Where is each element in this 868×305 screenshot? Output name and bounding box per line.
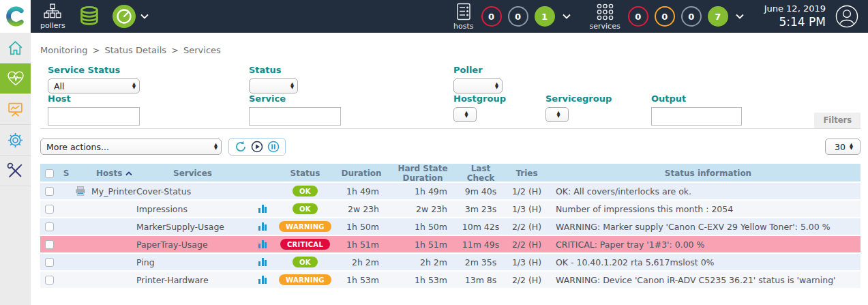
- services-unknown-counter[interactable]: 0: [681, 6, 702, 27]
- host-label: Host: [48, 93, 140, 104]
- pause-icon[interactable]: [267, 141, 280, 153]
- select-all-checkbox[interactable]: [45, 169, 54, 178]
- centreon-logo[interactable]: [0, 0, 31, 33]
- status-badge: OK: [293, 186, 318, 197]
- table-row: MarkerSupply-Usage WARNING 1h 50m 1h 50m…: [40, 218, 860, 236]
- poller-chevron-down-icon[interactable]: [140, 14, 149, 19]
- servicegroup-label: Servicegroup: [545, 93, 612, 104]
- column-header-status[interactable]: Status: [276, 169, 334, 178]
- service-name[interactable]: Ping: [136, 257, 155, 267]
- column-header-hard-state-duration[interactable]: Hard State Duration: [389, 164, 457, 183]
- status-badge: OK: [293, 257, 318, 267]
- graph-icon[interactable]: [258, 222, 267, 231]
- select-arrows-icon: ▲▼: [465, 111, 468, 118]
- column-header-s[interactable]: S: [58, 169, 74, 178]
- poller-select[interactable]: ▲▼: [453, 78, 503, 93]
- service-name[interactable]: Cover-Status: [136, 186, 191, 197]
- column-header-duration[interactable]: Duration: [334, 169, 389, 178]
- hosts-chevron-down-icon[interactable]: [563, 14, 571, 19]
- more-actions-select[interactable]: More actions... ▲▼: [40, 139, 222, 155]
- service-status-select[interactable]: All ▲▼: [48, 78, 140, 93]
- tools-icon: [7, 162, 24, 179]
- row-checkbox[interactable]: [45, 205, 54, 214]
- hostgroup-select[interactable]: ▲▼: [453, 107, 477, 122]
- servicegroup-select[interactable]: ▲▼: [545, 107, 569, 122]
- service-status-label: Service Status: [48, 65, 140, 75]
- sidebar-item-administration[interactable]: [0, 156, 31, 186]
- pollers-icon: [44, 3, 61, 20]
- select-arrows-icon: ▲▼: [214, 143, 218, 150]
- column-header-services[interactable]: Services: [136, 169, 249, 178]
- hard-state-duration-cell: 1h 50m: [389, 222, 457, 232]
- table-row: Impressions OK 2w 23h 2w 23h 3m 23s 1/3 …: [40, 201, 860, 218]
- services-icon: [596, 3, 614, 21]
- graph-icon[interactable]: [258, 240, 267, 248]
- service-input[interactable]: [249, 107, 341, 126]
- services-menu[interactable]: services: [590, 3, 620, 31]
- gauge-status-icon[interactable]: [112, 4, 136, 29]
- services-critical-counter[interactable]: 0: [628, 6, 648, 27]
- column-header-status-information[interactable]: Status information: [549, 169, 860, 178]
- hosts-menu[interactable]: hosts: [453, 3, 473, 31]
- database-icon[interactable]: [78, 5, 101, 28]
- row-checkbox[interactable]: [45, 276, 54, 285]
- breadcrumb-monitoring[interactable]: Monitoring: [40, 45, 88, 55]
- host-input[interactable]: [48, 107, 140, 126]
- row-checkbox[interactable]: [45, 258, 54, 267]
- service-name[interactable]: Printer-Hardware: [136, 275, 209, 285]
- output-label: Output: [651, 93, 742, 104]
- row-checkbox[interactable]: [45, 187, 54, 196]
- tries-cell: 2/2 (H): [505, 222, 549, 232]
- table-row: PaperTray-Usage CRITICAL 1h 51m 1h 51m 1…: [40, 236, 860, 254]
- sidebar-item-reporting[interactable]: [0, 94, 31, 125]
- page-size-select[interactable]: 30 ▲▼: [825, 139, 860, 155]
- select-arrows-icon: ▲▼: [132, 83, 136, 89]
- hosts-up-counter[interactable]: 1: [535, 6, 555, 27]
- service-name[interactable]: PaperTray-Usage: [136, 239, 208, 250]
- sidebar-item-configuration[interactable]: [0, 125, 31, 156]
- breadcrumb-status-details[interactable]: Status Details: [104, 45, 166, 55]
- service-name[interactable]: MarkerSupply-Usage: [136, 222, 224, 232]
- services-table: S Hosts Services Status Duration Hard St…: [40, 164, 860, 289]
- status-select[interactable]: ▲▼: [249, 78, 298, 93]
- duration-cell: 1h 53m: [334, 275, 389, 285]
- row-checkbox[interactable]: [45, 222, 54, 231]
- service-name[interactable]: Impressions: [136, 204, 188, 214]
- hosts-unreachable-counter[interactable]: 0: [508, 6, 528, 27]
- duration-cell: 1h 50m: [334, 222, 389, 232]
- sidebar-item-home[interactable]: [0, 33, 31, 63]
- user-avatar-icon[interactable]: [835, 5, 858, 28]
- services-status-group: services 0 0 0 7: [588, 3, 744, 31]
- status-information-cell: CRITICAL: Paper tray '1#3': 0.00 %: [549, 239, 860, 250]
- status-badge: WARNING: [279, 221, 331, 232]
- graph-icon[interactable]: [258, 258, 267, 266]
- hosts-status-group: hosts 0 0 1: [452, 3, 570, 31]
- column-header-last-check[interactable]: Last Check: [457, 164, 505, 183]
- column-header-tries[interactable]: Tries: [505, 169, 549, 178]
- refresh-icon[interactable]: [235, 141, 247, 153]
- hosts-down-counter[interactable]: 0: [481, 6, 502, 27]
- play-icon[interactable]: [251, 141, 263, 153]
- duration-cell: 2h 2m: [334, 257, 389, 267]
- filter-panel: Service Status All ▲▼ Status ▲▼ Poller ▲…: [40, 63, 860, 129]
- tries-cell: 2/2 (H): [505, 239, 549, 250]
- row-checkbox[interactable]: [45, 240, 54, 249]
- host-name[interactable]: My_Printer: [91, 186, 136, 197]
- column-header-hosts[interactable]: Hosts: [74, 169, 136, 178]
- graph-icon[interactable]: [258, 276, 267, 284]
- output-input[interactable]: [651, 107, 742, 126]
- graph-icon[interactable]: [258, 205, 267, 213]
- services-warning-counter[interactable]: 0: [655, 6, 675, 27]
- last-check-cell: 10m 42s: [457, 222, 505, 232]
- services-chevron-down-icon[interactable]: [736, 14, 744, 19]
- status-information-cell: WARNING: Device 'Canon iR-ADV C5235 36.2…: [549, 275, 860, 285]
- services-ok-counter[interactable]: 7: [708, 6, 728, 27]
- refresh-controls: [228, 138, 286, 156]
- filters-toggle[interactable]: Filters: [814, 113, 860, 128]
- breadcrumb-services[interactable]: Services: [183, 45, 221, 55]
- select-arrows-icon: ▲▼: [850, 143, 853, 150]
- sidebar-item-monitoring[interactable]: [0, 63, 31, 94]
- last-check-cell: 2m 35s: [457, 257, 505, 267]
- pollers-menu[interactable]: pollers: [40, 3, 65, 30]
- main-content: Monitoring>Status Details>Services Servi…: [31, 33, 868, 305]
